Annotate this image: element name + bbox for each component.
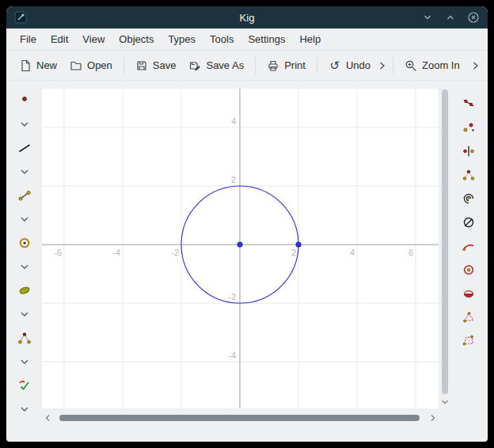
undo-button-label: Undo: [346, 59, 370, 71]
maximize-button[interactable]: [444, 11, 457, 24]
toolbar: New Open Save Save As: [6, 51, 488, 81]
y-tick-label: 4: [231, 116, 236, 126]
vertical-scrollbar-thumb[interactable]: [442, 89, 448, 394]
chevron-up-icon: [445, 12, 456, 23]
horizontal-scrollbar-right-arrow[interactable]: [428, 413, 439, 423]
conic-tool-button[interactable]: [13, 281, 36, 300]
circle-with-point-icon: [462, 263, 476, 277]
menu-tools[interactable]: Tools: [203, 30, 241, 48]
test-tool-expand[interactable]: [13, 400, 36, 419]
point-on-line-icon: [462, 144, 476, 158]
geometry-view[interactable]: -6-4-224642-2-4: [42, 89, 439, 408]
horizontal-scrollbar-left-arrow[interactable]: [42, 413, 53, 423]
main-area: -6-4-224642-2-4: [6, 81, 488, 442]
save-as-button[interactable]: Save As: [182, 55, 250, 76]
titlebar[interactable]: Kig: [6, 6, 488, 28]
chevron-down-icon: [20, 215, 29, 223]
menu-settings[interactable]: Settings: [241, 30, 292, 48]
x-tick-label: -2: [171, 248, 179, 257]
undo-history-chevron[interactable]: [377, 57, 388, 74]
two-points-icon: [462, 120, 476, 135]
point-tool-expand[interactable]: [13, 115, 36, 134]
open-button[interactable]: Open: [63, 55, 119, 76]
new-button-label: New: [36, 59, 57, 71]
new-button[interactable]: New: [13, 55, 63, 76]
segment-tool-expand[interactable]: [13, 210, 36, 229]
angle-tool-button[interactable]: [458, 165, 480, 184]
canvas-row: -6-4-224642-2-4: [42, 89, 450, 408]
printer-icon: [267, 59, 279, 72]
point-pair-tool-button[interactable]: [458, 118, 480, 137]
horizontal-scrollbar-track[interactable]: [53, 413, 428, 423]
point-tool-button[interactable]: [13, 91, 36, 110]
save-as-icon: [188, 59, 201, 72]
menu-view[interactable]: View: [75, 30, 112, 48]
point-object[interactable]: [296, 242, 301, 247]
ellipse-tool-button[interactable]: [458, 284, 480, 303]
menu-edit[interactable]: Edit: [44, 30, 75, 48]
point-on-line-tool-button[interactable]: [458, 142, 480, 161]
save-as-button-label: Save As: [206, 59, 244, 71]
circle-point-tool-button[interactable]: [458, 260, 480, 279]
chevron-down-icon: [20, 168, 29, 176]
menu-help[interactable]: Help: [292, 30, 328, 48]
test-tool-button[interactable]: [13, 376, 36, 395]
line-with-points-icon: [462, 97, 476, 111]
chevron-right-icon: [473, 61, 479, 70]
line-points-tool-button[interactable]: [458, 94, 480, 113]
ellipse-icon: [462, 287, 476, 301]
locus-tool-button[interactable]: [458, 189, 480, 208]
save-button[interactable]: Save: [129, 55, 183, 76]
vertical-scrollbar[interactable]: [440, 89, 450, 408]
construction-tool-expand[interactable]: [13, 352, 36, 371]
open-button-label: Open: [87, 59, 112, 71]
x-tick-label: 2: [291, 248, 296, 257]
point-icon: [17, 93, 32, 108]
circle-by-center-icon: [17, 236, 32, 250]
chevron-down-icon: [20, 263, 29, 271]
menu-file[interactable]: File: [13, 30, 44, 48]
crossed-circle-icon: [462, 215, 476, 230]
angle-points-icon: [462, 168, 476, 182]
minimize-button[interactable]: [421, 11, 434, 24]
canvas-area: -6-4-224642-2-4: [42, 81, 450, 442]
line-tool-button[interactable]: [13, 139, 36, 158]
conic-icon: [17, 283, 32, 298]
arc-tool-button[interactable]: [458, 237, 480, 256]
toolbar-overflow-chevron[interactable]: [470, 57, 481, 74]
undo-button[interactable]: ↺ Undo: [322, 55, 377, 76]
conic-tool-expand[interactable]: [13, 305, 36, 324]
x-tick-label: -6: [54, 248, 62, 257]
close-circle-icon: [467, 11, 480, 24]
save-button-label: Save: [153, 59, 177, 71]
undo-arrow-icon: ↺: [329, 59, 341, 72]
chevron-right-icon: [379, 61, 386, 70]
toolbar-separator: [255, 57, 256, 74]
segment-tool-button[interactable]: [13, 186, 36, 205]
close-button[interactable]: [467, 11, 480, 24]
chevron-down-icon: [20, 120, 29, 128]
horizontal-scrollbar-thumb[interactable]: [59, 415, 420, 421]
chevron-down-icon: [20, 405, 29, 413]
point-object[interactable]: [238, 242, 242, 247]
new-document-icon: [19, 59, 32, 72]
zoom-in-button[interactable]: Zoom In: [398, 55, 466, 76]
vertical-scrollbar-down-arrow[interactable]: [440, 397, 450, 407]
horizontal-scrollbar[interactable]: [42, 413, 439, 423]
menu-objects[interactable]: Objects: [112, 30, 161, 48]
circle-tool-expand[interactable]: [13, 257, 36, 276]
polygon-quad-icon: [462, 334, 476, 348]
menu-types[interactable]: Types: [161, 30, 203, 48]
chevron-down-icon: [20, 358, 29, 366]
construction-tool-button[interactable]: [13, 328, 36, 347]
circle-tool-button[interactable]: [13, 233, 36, 252]
window-controls: [421, 11, 480, 24]
chevron-left-icon: [44, 414, 51, 422]
polygon-tool-button[interactable]: [458, 308, 480, 327]
y-tick-label: -2: [228, 292, 236, 302]
zoom-in-button-label: Zoom In: [422, 59, 460, 71]
line-tool-expand[interactable]: [13, 162, 36, 181]
polygon-vertex-tool-button[interactable]: [458, 332, 480, 351]
hide-object-tool-button[interactable]: [458, 213, 480, 232]
print-button[interactable]: Print: [260, 55, 312, 76]
